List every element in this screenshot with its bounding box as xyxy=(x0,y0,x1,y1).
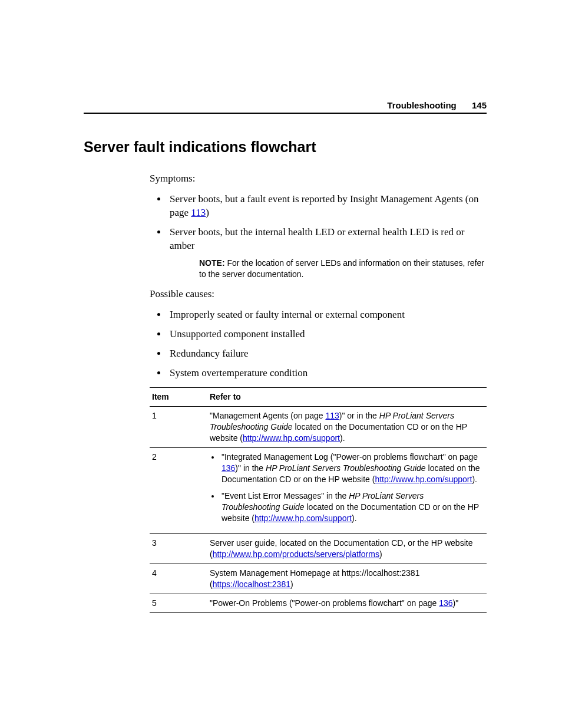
text: ) xyxy=(290,579,293,589)
page-link-136[interactable]: 136 xyxy=(222,463,235,473)
list-item: System overtemperature condition xyxy=(167,367,487,380)
text: )" xyxy=(453,598,459,608)
cell-item: 2 xyxy=(150,447,207,533)
document-page: Troubleshooting 145 Server fault indicat… xyxy=(0,0,562,728)
text: ). xyxy=(352,513,357,523)
symptom-text: ) xyxy=(206,207,209,218)
causes-label: Possible causes: xyxy=(150,288,487,301)
table-row: 5 "Power-On Problems ("Power-on problems… xyxy=(150,594,487,612)
page-link-113[interactable]: 113 xyxy=(191,207,206,218)
table-row: 2 "Integrated Management Log ("Power-on … xyxy=(150,447,487,533)
text: "Integrated Management Log ("Power-on pr… xyxy=(222,452,478,462)
header-refer: Refer to xyxy=(207,388,487,407)
note-block: NOTE: For the location of server LEDs an… xyxy=(199,258,487,280)
list-item: "Event List Error Messages" in the HP Pr… xyxy=(220,490,482,524)
url-link-hp-support[interactable]: http://www.hp.com/support xyxy=(243,433,340,443)
body-content: Symptoms: Server boots, but a fault even… xyxy=(150,172,487,613)
text: ) xyxy=(379,549,382,559)
reference-table: Item Refer to 1 "Management Agents (on p… xyxy=(150,387,487,612)
table-row: 1 "Management Agents (on page 113)" or i… xyxy=(150,407,487,448)
symptoms-label: Symptoms: xyxy=(150,172,487,186)
url-link-hp-support[interactable]: http://www.hp.com/support xyxy=(254,513,352,523)
text: ). xyxy=(472,475,477,484)
cell-item: 4 xyxy=(150,564,207,594)
page-link-136[interactable]: 136 xyxy=(439,598,452,608)
page-title: Server fault indications flowchart xyxy=(84,139,487,156)
list-item: Server boots, but a fault event is repor… xyxy=(167,193,487,220)
table-row: 3 Server user guide, located on the Docu… xyxy=(150,534,487,564)
note-text: For the location of server LEDs and info… xyxy=(199,258,484,279)
symptoms-list: Server boots, but a fault event is repor… xyxy=(150,193,487,280)
symptom-text: Server boots, but a fault event is repor… xyxy=(170,193,479,218)
cell-item: 5 xyxy=(150,594,207,612)
url-link-hp-products[interactable]: http://www.hp.com/products/servers/platf… xyxy=(213,549,379,559)
note-label: NOTE: xyxy=(199,258,225,268)
page-link-113[interactable]: 113 xyxy=(325,411,339,420)
text: "Power-On Problems ("Power-on problems f… xyxy=(210,598,439,608)
list-item: Unsupported component installed xyxy=(167,328,487,341)
cell-item: 1 xyxy=(150,407,207,448)
header-section: Troubleshooting xyxy=(387,100,457,110)
text: "Event List Error Messages" in the xyxy=(222,491,349,500)
table-row: 4 System Management Homepage at https://… xyxy=(150,564,487,594)
header-item: Item xyxy=(150,388,207,407)
url-link-hp-support[interactable]: http://www.hp.com/support xyxy=(375,475,472,484)
text: "Management Agents (on page xyxy=(210,411,325,420)
url-link-localhost[interactable]: https://localhost:2381 xyxy=(213,579,290,589)
list-item: Redundancy failure xyxy=(167,347,487,361)
italic-text: HP ProLiant Servers Troubleshooting Guid… xyxy=(266,463,426,473)
cell-refer: Server user guide, located on the Docume… xyxy=(207,534,487,564)
text: ). xyxy=(340,433,345,443)
cell-item: 3 xyxy=(150,534,207,564)
cell-refer: "Power-On Problems ("Power-on problems f… xyxy=(207,594,487,612)
cell-refer: System Management Homepage at https://lo… xyxy=(207,564,487,594)
list-item: Server boots, but the internal health LE… xyxy=(167,226,487,280)
page-header: Troubleshooting 145 xyxy=(84,100,487,114)
header-page-number: 145 xyxy=(472,100,487,110)
cell-refer: "Integrated Management Log ("Power-on pr… xyxy=(207,447,487,533)
cell-refer: "Management Agents (on page 113)" or in … xyxy=(207,407,487,448)
table-header-row: Item Refer to xyxy=(150,388,487,407)
list-item: "Integrated Management Log ("Power-on pr… xyxy=(220,452,482,485)
causes-list: Improperly seated or faulty internal or … xyxy=(150,308,487,380)
text: )" in the xyxy=(235,463,266,473)
list-item: Improperly seated or faulty internal or … xyxy=(167,308,487,322)
symptom-text: Server boots, but the internal health LE… xyxy=(170,226,464,251)
text: )" or in the xyxy=(339,411,379,420)
